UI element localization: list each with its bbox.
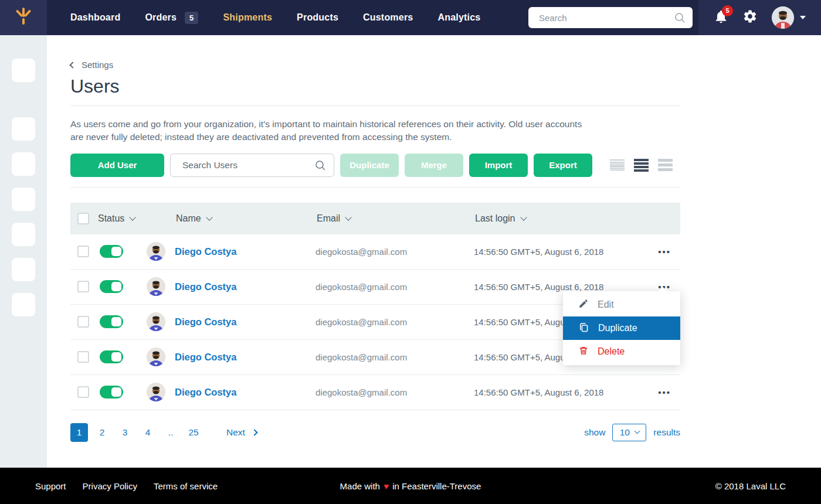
footer-link-privacy[interactable]: Privacy Policy (83, 481, 137, 491)
column-label: Status (98, 213, 124, 224)
nav-label: Products (297, 12, 338, 23)
caret-down-icon (800, 16, 806, 19)
sidebar-item-2[interactable] (12, 117, 35, 141)
page-button-1[interactable]: 1 (70, 423, 88, 442)
search-icon (674, 12, 686, 26)
merge-button[interactable]: Merge (405, 154, 463, 177)
nav-items: Dashboard Orders 5 Shipments Products Cu… (70, 12, 480, 24)
results-label: results (653, 427, 680, 438)
page-button-3[interactable]: 3 (116, 423, 134, 442)
user-menu-button[interactable] (772, 6, 806, 29)
menu-item-delete[interactable]: Delete (563, 340, 680, 363)
sidebar-item-6[interactable] (12, 258, 35, 281)
next-page-button[interactable]: Next (226, 427, 257, 438)
footer-link-support[interactable]: Support (35, 481, 66, 491)
add-user-button[interactable]: Add User (70, 154, 164, 177)
breadcrumb[interactable]: Settings (70, 60, 113, 70)
page-button-4[interactable]: 4 (139, 423, 157, 442)
nav-label: Customers (363, 12, 413, 23)
table-header: Status Name Email Last login (70, 203, 680, 234)
sidebar-item-5[interactable] (12, 223, 35, 246)
user-last-login: 14:56:50 GMT+5, August 6, 2018 (474, 282, 658, 292)
spark-logo-icon (13, 6, 33, 29)
row-avatar (147, 348, 165, 366)
search-icon (314, 159, 326, 173)
nav-item-products[interactable]: Products (297, 12, 338, 23)
chevron-down-icon (206, 214, 212, 220)
column-header-status[interactable]: Status (98, 213, 176, 224)
select-all-checkbox[interactable] (77, 213, 89, 224)
chevron-down-icon (635, 428, 640, 434)
row-avatar (147, 312, 165, 331)
page-description: As users come and go from your organizat… (70, 118, 589, 144)
logo-button[interactable] (0, 0, 47, 35)
menu-item-edit[interactable]: Edit (563, 293, 680, 316)
column-label: Email (317, 213, 340, 224)
chevron-left-icon (69, 62, 76, 68)
page-button-25[interactable]: 25 (185, 423, 202, 442)
row-checkbox[interactable] (77, 351, 89, 363)
nav-item-shipments[interactable]: Shipments (223, 12, 272, 23)
users-search (170, 154, 334, 177)
sidebar-item-4[interactable] (12, 188, 35, 211)
sidebar-item-3[interactable] (12, 152, 35, 176)
export-button[interactable]: Export (534, 154, 592, 177)
footer-links: Support Privacy Policy Terms of service (35, 481, 218, 491)
per-page-select[interactable]: 10 (612, 424, 646, 441)
nav-label: Dashboard (70, 12, 120, 23)
user-last-login: 14:56:50 GMT+5, August 6, 2018 (474, 247, 658, 257)
chevron-down-icon (345, 214, 351, 220)
nav-item-analytics[interactable]: Analytics (437, 12, 480, 23)
chevron-down-icon (130, 214, 136, 220)
user-email: diegokosta@gmail.com (315, 352, 474, 362)
next-label: Next (226, 427, 245, 438)
user-avatar (772, 6, 794, 29)
nav-right-section: 5 (698, 0, 821, 35)
user-name-link[interactable]: Diego Costya (175, 281, 315, 292)
user-name-link[interactable]: Diego Costya (175, 246, 315, 257)
column-header-last-login[interactable]: Last login (475, 213, 526, 224)
nav-label: Analytics (437, 12, 480, 23)
status-toggle-on[interactable] (100, 315, 123, 328)
column-header-name[interactable]: Name (176, 213, 317, 224)
duplicate-button[interactable]: Duplicate (340, 154, 399, 177)
sidebar-item-7[interactable] (12, 293, 35, 316)
nav-item-dashboard[interactable]: Dashboard (70, 12, 120, 23)
menu-item-duplicate[interactable]: Duplicate (563, 316, 680, 340)
row-avatar (147, 383, 165, 401)
settings-button[interactable] (742, 9, 758, 26)
user-name-link[interactable]: Diego Costya (175, 387, 315, 398)
notifications-button[interactable]: 5 (714, 9, 728, 26)
row-checkbox[interactable] (77, 316, 89, 328)
row-actions-button[interactable]: ••• (658, 247, 680, 257)
status-toggle-on[interactable] (100, 280, 123, 293)
nav-item-orders[interactable]: Orders 5 (145, 12, 198, 24)
status-toggle-on[interactable] (100, 386, 123, 399)
table-row: Diego Costya diegokosta@gmail.com 14:56:… (70, 234, 680, 270)
global-search-input[interactable] (528, 7, 693, 28)
nav-item-customers[interactable]: Customers (363, 12, 413, 23)
column-label: Name (176, 213, 201, 224)
user-email: diegokosta@gmail.com (315, 247, 474, 257)
nav-label: Orders (145, 12, 177, 23)
sidebar-item-1[interactable] (12, 59, 35, 82)
nav-label: Shipments (223, 12, 272, 23)
status-toggle-on[interactable] (100, 245, 123, 258)
page-title: Users (70, 76, 680, 97)
left-sidebar (0, 35, 47, 468)
row-checkbox[interactable] (77, 386, 89, 398)
user-name-link[interactable]: Diego Costya (175, 352, 315, 363)
column-header-email[interactable]: Email (317, 213, 475, 224)
page-button-2[interactable]: 2 (93, 423, 111, 442)
relaxed-view-icon[interactable] (658, 159, 673, 171)
user-name-link[interactable]: Diego Costya (175, 316, 315, 328)
status-toggle-on[interactable] (100, 350, 123, 363)
row-checkbox[interactable] (77, 281, 89, 292)
row-actions-button[interactable]: ••• (658, 387, 680, 397)
footer-link-terms[interactable]: Terms of service (154, 481, 218, 491)
users-search-input[interactable] (170, 154, 334, 177)
import-button[interactable]: Import (469, 154, 528, 177)
row-checkbox[interactable] (77, 246, 89, 257)
compact-view-icon[interactable] (610, 159, 625, 171)
normal-view-icon[interactable] (634, 159, 649, 172)
